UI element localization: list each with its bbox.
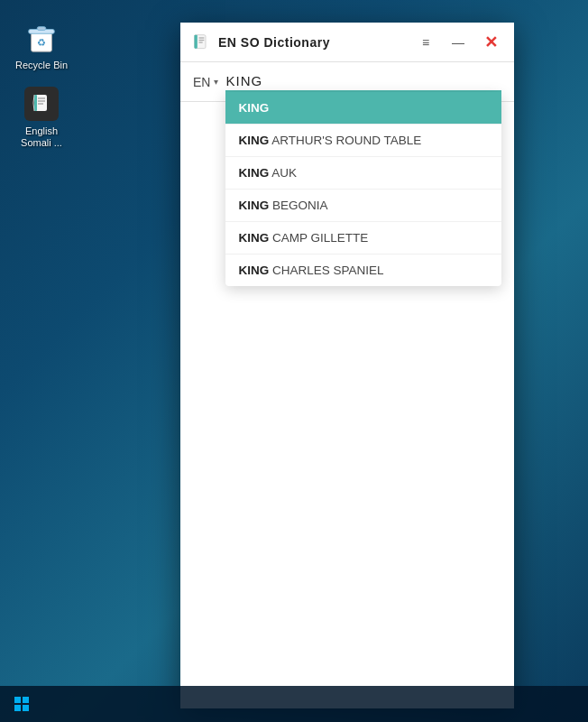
- svg-rect-14: [14, 697, 21, 703]
- dropdown-item-king[interactable]: KING: [225, 92, 501, 125]
- title-bar-icon: [191, 32, 211, 52]
- dropdown-item-bold-5: KING: [238, 264, 269, 277]
- dropdown-item-bold-1: KING: [238, 134, 269, 147]
- dropdown-item-camp-gillette[interactable]: KING CAMP GILLETTE: [225, 222, 501, 255]
- svg-rect-5: [34, 95, 37, 111]
- dropdown-item-charles-spaniel[interactable]: KING CHARLES SPANIEL: [225, 255, 501, 286]
- dropdown-item-auk[interactable]: KING AUK: [225, 157, 501, 190]
- title-bar: EN SO Dictionary ≡ — ✕: [180, 23, 514, 62]
- minimize-button[interactable]: —: [446, 30, 471, 55]
- dropdown-item-bold-2: KING: [238, 166, 269, 180]
- start-button[interactable]: [0, 686, 43, 722]
- dropdown-item-normal-3: BEGONIA: [269, 199, 327, 212]
- title-book-icon: [192, 33, 210, 51]
- close-button[interactable]: ✕: [478, 30, 503, 55]
- dropdown-item-normal-2: AUK: [269, 166, 297, 180]
- dropdown-item-bold-4: KING: [238, 231, 269, 245]
- taskbar: [0, 686, 588, 722]
- title-controls: ≡ — ✕: [413, 30, 503, 55]
- dict-icon-bg: [24, 87, 59, 121]
- svg-rect-10: [195, 34, 198, 48]
- search-dropdown: KING KING ARTHUR'S ROUND TABLE KING AUK …: [225, 92, 501, 286]
- dropdown-item-bold-3: KING: [238, 199, 269, 212]
- recycle-bin-label: Recycle Bin: [15, 60, 68, 71]
- svg-rect-15: [23, 697, 29, 703]
- svg-rect-17: [23, 705, 29, 711]
- desktop-icon-recycle-bin[interactable]: ♻ Recycle Bin: [7, 16, 76, 75]
- dropdown-item-normal-5: CHARLES SPANIEL: [269, 264, 383, 277]
- search-area: EN ▾ KING KING ARTHUR'S ROUND TABLE KING…: [180, 62, 514, 102]
- svg-rect-2: [37, 27, 46, 31]
- menu-button[interactable]: ≡: [413, 30, 438, 55]
- chevron-down-icon: ▾: [214, 77, 218, 87]
- recycle-bin-icon: ♻: [24, 21, 59, 55]
- language-selector[interactable]: EN ▾: [193, 75, 218, 89]
- dict-icon-label: English Somali ...: [11, 125, 72, 149]
- window-title: EN SO Dictionary: [218, 35, 413, 50]
- language-value: EN: [193, 75, 210, 89]
- dropdown-item-begonia[interactable]: KING BEGONIA: [225, 190, 501, 222]
- search-input-wrapper: KING KING ARTHUR'S ROUND TABLE KING AUK …: [225, 71, 501, 92]
- svg-rect-16: [14, 705, 21, 711]
- desktop-icons: ♻ Recycle Bin English Somali ...: [0, 9, 83, 161]
- search-input[interactable]: [225, 71, 501, 92]
- dropdown-item-arthurs-round-table[interactable]: KING ARTHUR'S ROUND TABLE: [225, 125, 501, 157]
- book-icon: [31, 93, 52, 115]
- windows-logo-icon: [14, 697, 29, 711]
- dict-icon-image: [23, 86, 60, 122]
- app-window: EN SO Dictionary ≡ — ✕ EN ▾ KING KING AR…: [180, 23, 514, 708]
- recycle-bin-icon-image: ♻: [23, 20, 60, 56]
- dropdown-item-normal-4: CAMP GILLETTE: [269, 231, 368, 245]
- dropdown-item-bold-king: KING: [238, 101, 269, 115]
- desktop-icon-en-so-dict[interactable]: English Somali ...: [7, 82, 76, 153]
- svg-text:♻: ♻: [37, 37, 46, 48]
- dropdown-item-normal-1: ARTHUR'S ROUND TABLE: [269, 134, 421, 147]
